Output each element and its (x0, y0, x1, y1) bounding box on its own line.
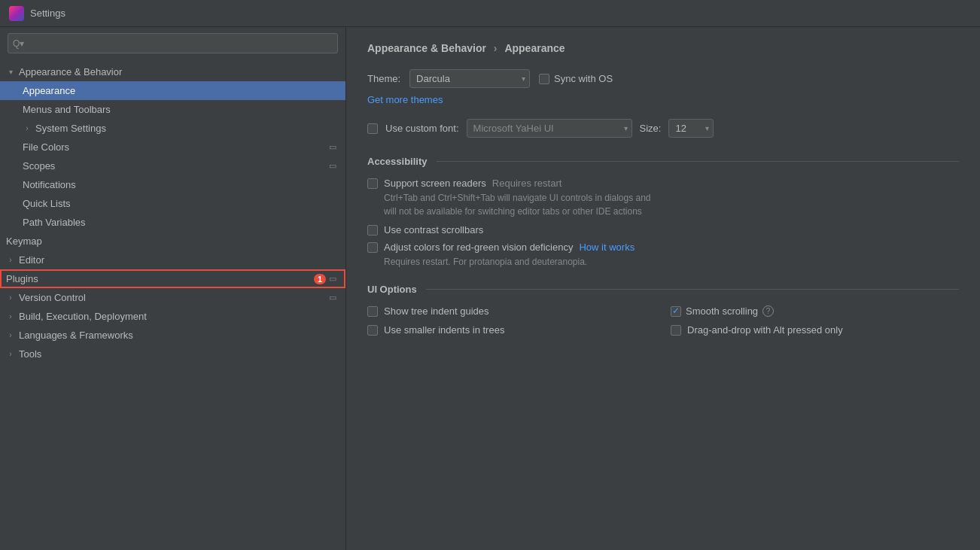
font-dropdown[interactable]: Microsoft YaHei UI (467, 119, 632, 138)
get-more-themes-link[interactable]: Get more themes (367, 94, 443, 105)
sidebar-item-label: Version Control (19, 292, 86, 303)
chevron-right-icon: › (6, 293, 15, 302)
app-logo (9, 6, 24, 21)
settings-icon: ▭ (329, 274, 336, 284)
sidebar-item-label: Scopes (23, 160, 55, 172)
theme-dropdown-wrap[interactable]: Darcula IntelliJ Light High Contrast ▾ (409, 69, 530, 88)
color-blindness-row[interactable]: Adjust colors for red-green vision defic… (367, 242, 959, 253)
sidebar-item-label: Path Variables (23, 217, 86, 228)
theme-label: Theme: (367, 73, 400, 84)
smooth-scrolling-help-icon[interactable]: ? (762, 305, 774, 317)
screen-readers-checkbox[interactable] (367, 178, 378, 189)
sync-os-label: Sync with OS (554, 73, 613, 84)
option-smaller-indents[interactable]: Use smaller indents in trees (367, 324, 656, 336)
sidebar-item-menus-toolbars[interactable]: Menus and Toolbars (0, 100, 345, 119)
custom-font-label: Use custom font: (385, 123, 459, 134)
tree-indent-label: Show tree indent guides (384, 305, 488, 317)
sidebar-item-version-control[interactable]: › Version Control ▭ (0, 288, 345, 307)
sync-os-checkbox[interactable] (539, 74, 549, 84)
theme-dropdown[interactable]: Darcula IntelliJ Light High Contrast (409, 69, 530, 88)
screen-readers-row[interactable]: Support screen readers Requires restart (367, 178, 959, 189)
smooth-scrolling-label: Smooth scrolling (686, 305, 758, 317)
sidebar-item-languages-frameworks[interactable]: › Languages & Frameworks (0, 326, 345, 345)
sidebar-item-editor[interactable]: › Editor (0, 251, 345, 269)
sync-os-option[interactable]: Sync with OS (539, 73, 613, 84)
ui-options-grid: Show tree indent guides Smooth scrolling… (367, 305, 959, 336)
sidebar-item-system-settings[interactable]: › System Settings (0, 119, 345, 138)
tree-indent-checkbox[interactable] (367, 306, 378, 317)
custom-font-checkbox[interactable] (367, 123, 378, 134)
sidebar-item-scopes[interactable]: Scopes ▭ (0, 156, 345, 175)
sidebar-item-label: Keymap (6, 235, 42, 247)
option-drag-drop[interactable]: Drag-and-drop with Alt pressed only (671, 324, 959, 336)
option-contrast-scrollbars: Use contrast scrollbars (367, 224, 959, 235)
sidebar-item-tools[interactable]: › Tools (0, 345, 345, 363)
smaller-indents-label: Use smaller indents in trees (384, 324, 504, 336)
font-row: Use custom font: Microsoft YaHei UI ▾ Si… (367, 119, 959, 138)
size-dropdown[interactable]: 12 11 13 14 (668, 119, 714, 138)
settings-icon: ▭ (329, 161, 336, 171)
size-label: Size: (640, 123, 662, 134)
option-smooth-scrolling[interactable]: Smooth scrolling ? (671, 305, 959, 317)
sidebar-item-label: File Colors (23, 141, 69, 153)
sidebar-item-file-colors[interactable]: File Colors ▭ (0, 138, 345, 156)
sidebar-item-label: Quick Lists (23, 198, 71, 209)
smaller-indents-checkbox[interactable] (367, 325, 378, 336)
option-screen-readers: Support screen readers Requires restart … (367, 178, 959, 218)
breadcrumb-parent: Appearance & Behavior (367, 42, 486, 54)
main-content: Q▾ ▾ Appearance & Behavior Appearance Me… (0, 27, 980, 550)
contrast-scrollbars-label: Use contrast scrollbars (384, 224, 483, 235)
size-dropdown-wrap[interactable]: 12 11 13 14 ▾ (668, 119, 714, 138)
settings-icon: ▭ (329, 142, 336, 152)
smooth-scrolling-checkbox[interactable] (671, 306, 681, 317)
drag-drop-checkbox[interactable] (671, 325, 681, 336)
screen-readers-note: Requires restart (492, 178, 562, 189)
sidebar-item-quick-lists[interactable]: Quick Lists (0, 194, 345, 213)
sidebar: Q▾ ▾ Appearance & Behavior Appearance Me… (0, 27, 346, 550)
plugins-badge-area: 1 ▭ (314, 274, 336, 284)
search-box[interactable]: Q▾ (8, 33, 338, 53)
font-dropdown-wrap[interactable]: Microsoft YaHei UI ▾ (467, 119, 632, 138)
section-line-ui (426, 289, 959, 290)
section-line (437, 161, 960, 162)
contrast-scrollbars-checkbox[interactable] (367, 225, 378, 235)
sidebar-item-label: Plugins (6, 273, 38, 284)
sidebar-item-plugins[interactable]: Plugins 1 ▭ (0, 269, 345, 288)
color-blindness-desc: Requires restart. For protanopia and deu… (384, 255, 959, 269)
sidebar-item-keymap[interactable]: Keymap (0, 232, 345, 251)
chevron-right-icon: › (6, 350, 15, 358)
screen-readers-label: Support screen readers (384, 178, 486, 189)
sidebar-item-label: Menus and Toolbars (23, 104, 111, 115)
section-header-accessibility: Accessibility (367, 156, 959, 167)
chevron-down-icon: ▾ (6, 68, 15, 76)
breadcrumb-separator: › (494, 42, 501, 54)
sidebar-item-path-variables[interactable]: Path Variables (0, 213, 345, 232)
sidebar-item-label: Appearance (23, 85, 75, 96)
accessibility-section: Accessibility Support screen readers Req… (367, 156, 959, 269)
sidebar-item-notifications[interactable]: Notifications (0, 175, 345, 194)
plugins-badge: 1 (314, 274, 326, 284)
theme-row: Theme: Darcula IntelliJ Light High Contr… (367, 69, 959, 88)
option-color-blindness: Adjust colors for red-green vision defic… (367, 242, 959, 269)
contrast-scrollbars-row[interactable]: Use contrast scrollbars (367, 224, 959, 235)
sidebar-item-label: Tools (19, 348, 41, 360)
sidebar-item-appearance[interactable]: Appearance (0, 81, 345, 100)
search-input[interactable] (8, 33, 338, 53)
sidebar-item-build-execution[interactable]: › Build, Execution, Deployment (0, 307, 345, 326)
title-bar: Settings (0, 0, 980, 27)
sidebar-item-label: Notifications (23, 179, 76, 190)
color-blindness-checkbox[interactable] (367, 242, 378, 253)
search-icon: Q▾ (13, 38, 24, 49)
how-it-works-link[interactable]: How it works (579, 242, 635, 253)
section-header-ui-options: UI Options (367, 284, 959, 295)
sidebar-item-label: Build, Execution, Deployment (19, 311, 147, 322)
section-title-accessibility: Accessibility (367, 156, 428, 167)
option-tree-indent[interactable]: Show tree indent guides (367, 305, 656, 317)
color-blindness-label: Adjust colors for red-green vision defic… (384, 242, 573, 253)
sidebar-item-appearance-behavior[interactable]: ▾ Appearance & Behavior (0, 62, 345, 81)
chevron-right-icon: › (23, 124, 32, 132)
sidebar-item-label: System Settings (35, 123, 106, 134)
section-title-ui-options: UI Options (367, 284, 417, 295)
screen-readers-desc: Ctrl+Tab and Ctrl+Shift+Tab will navigat… (384, 191, 959, 218)
chevron-right-icon: › (6, 256, 15, 264)
